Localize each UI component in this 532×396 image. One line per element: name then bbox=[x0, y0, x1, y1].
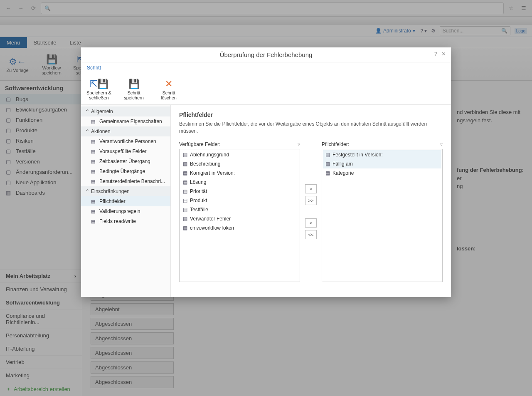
field-item[interactable]: ▤Beschreibung bbox=[180, 159, 299, 168]
remove-button[interactable]: < bbox=[305, 218, 317, 228]
field-item[interactable]: ▤Festgestellt in Version: bbox=[323, 150, 441, 159]
modal-side-item[interactable]: ▤Validierungsregeln bbox=[81, 206, 170, 216]
modal-dialog: Überprüfung der Fehlerbehebung ? ✕ Schri… bbox=[81, 47, 451, 297]
subtab-step[interactable]: Schritt bbox=[86, 65, 102, 71]
save-close-icon: ⇱💾 bbox=[90, 78, 108, 90]
modal-save-close-button[interactable]: ⇱💾 Speichern & schließen bbox=[84, 78, 113, 100]
modal-side-group[interactable]: ⌃ Allgemein bbox=[81, 106, 170, 116]
close-icon[interactable]: ✕ bbox=[441, 51, 446, 57]
transfer-buttons: > >> < << bbox=[305, 184, 317, 239]
field-item[interactable]: ▤Fällig am bbox=[323, 159, 441, 168]
btn-label: Schritt löschen bbox=[154, 90, 183, 100]
item-icon: ▤ bbox=[91, 149, 97, 154]
panel-heading: Pflichtfelder bbox=[179, 111, 443, 118]
modal-side-item-label: Validierungsregeln bbox=[99, 208, 140, 214]
save-icon: 💾 bbox=[128, 78, 140, 90]
help-icon[interactable]: ? bbox=[434, 51, 437, 57]
field-label: Lösung bbox=[190, 179, 206, 185]
modal-side-item[interactable]: ▤Fields read/write bbox=[81, 216, 170, 226]
modal-side-item[interactable]: ▤Vorausgefüllte Felder bbox=[81, 146, 170, 156]
field-label: Ablehnungsgrund bbox=[190, 152, 229, 158]
field-item[interactable]: ▤cmw.workflowToken bbox=[180, 223, 299, 233]
field-item[interactable]: ▤Lösung bbox=[180, 178, 299, 187]
modal-side-item[interactable]: ▤Benutzerdefinierte Benachri... bbox=[81, 176, 170, 186]
remove-all-button[interactable]: << bbox=[305, 230, 317, 239]
field-label: Priorität bbox=[190, 188, 207, 194]
field-icon: ▤ bbox=[325, 161, 330, 167]
modal-side-nav: ⌃ Allgemein▤Gemeinsame Eigenschaften⌃ Ak… bbox=[81, 105, 171, 297]
field-item[interactable]: ▤Kategorie bbox=[323, 168, 441, 178]
field-icon: ▤ bbox=[183, 179, 187, 185]
modal-content: Pflichtfelder Bestimmen Sie die Pflichtf… bbox=[171, 105, 451, 297]
add-button[interactable]: > bbox=[305, 184, 317, 193]
field-item[interactable]: ▤Korrigiert in Version: bbox=[180, 168, 299, 178]
field-icon: ▤ bbox=[183, 198, 187, 203]
filter-icon[interactable]: ▿ bbox=[440, 141, 443, 147]
field-icon: ▤ bbox=[183, 216, 187, 222]
modal-side-item-label: Vorausgefüllte Felder bbox=[99, 148, 146, 154]
field-item[interactable]: ▤Priorität bbox=[180, 187, 299, 196]
chevron-down-icon: ⌃ bbox=[85, 188, 89, 194]
field-icon: ▤ bbox=[325, 170, 330, 176]
field-label: Korrigiert in Version: bbox=[190, 170, 235, 176]
required-list[interactable]: ▤Festgestellt in Version:▤Fällig am▤Kate… bbox=[322, 149, 443, 282]
chevron-down-icon: ⌃ bbox=[85, 109, 89, 114]
field-label: Fällig am bbox=[332, 161, 353, 167]
field-label: Testfälle bbox=[190, 207, 208, 213]
item-icon: ▤ bbox=[91, 219, 97, 224]
field-icon: ▤ bbox=[183, 161, 187, 167]
modal-toolbar: ⇱💾 Speichern & schließen 💾 Schritt speic… bbox=[81, 73, 451, 105]
modal-side-item-label: Zeitbasierter Übergang bbox=[99, 158, 150, 164]
field-item[interactable]: ▤Verwandter Fehler bbox=[180, 214, 299, 223]
delete-x-icon: ✕ bbox=[165, 78, 172, 90]
modal-titlebar: Überprüfung der Fehlerbehebung ? ✕ bbox=[81, 47, 451, 62]
item-icon: ▤ bbox=[91, 199, 97, 204]
field-label: Festgestellt in Version: bbox=[332, 152, 383, 158]
field-label: Produkt bbox=[190, 198, 207, 203]
btn-label: Speichern & schließen bbox=[84, 90, 113, 100]
modal-side-item-label: Gemeinsame Eigenschaften bbox=[99, 119, 162, 124]
modal-side-item[interactable]: ▤Zeitbasierter Übergang bbox=[81, 156, 170, 166]
dual-list: Verfügbare Felder: ▿ ▤Ablehnungsgrund▤Be… bbox=[179, 141, 443, 282]
field-icon: ▤ bbox=[183, 207, 187, 213]
field-item[interactable]: ▤Ablehnungsgrund bbox=[180, 150, 299, 159]
available-label: Verfügbare Felder: bbox=[179, 141, 220, 147]
modal-side-group[interactable]: ⌃ Aktionen bbox=[81, 126, 170, 136]
field-icon: ▤ bbox=[183, 225, 187, 231]
field-icon: ▤ bbox=[183, 188, 187, 194]
field-label: Beschreibung bbox=[190, 161, 220, 167]
modal-side-item[interactable]: ▤Gemeinsame Eigenschaften bbox=[81, 116, 170, 126]
modal-side-item[interactable]: ▤Verantwortliche Personen bbox=[81, 136, 170, 146]
field-label: Kategorie bbox=[332, 170, 354, 176]
item-icon: ▤ bbox=[91, 119, 97, 124]
field-icon: ▤ bbox=[325, 152, 330, 158]
modal-side-item[interactable]: ▤Bedingte Übergänge bbox=[81, 166, 170, 176]
btn-label: Schritt speichern bbox=[119, 90, 148, 100]
modal-side-item-label: Bedingte Übergänge bbox=[99, 168, 145, 174]
field-item[interactable]: ▤Produkt bbox=[180, 196, 299, 205]
field-icon: ▤ bbox=[183, 152, 187, 158]
available-list[interactable]: ▤Ablehnungsgrund▤Beschreibung▤Korrigiert… bbox=[179, 149, 300, 282]
modal-side-item-label: Verantwortliche Personen bbox=[99, 139, 156, 144]
field-item[interactable]: ▤Testfälle bbox=[180, 205, 299, 214]
modal-side-item-label: Pflichtfelder bbox=[99, 198, 126, 204]
field-label: cmw.workflowToken bbox=[190, 225, 234, 231]
modal-save-step-button[interactable]: 💾 Schritt speichern bbox=[119, 78, 148, 100]
item-icon: ▤ bbox=[91, 179, 97, 184]
chevron-down-icon: ⌃ bbox=[85, 129, 89, 134]
item-icon: ▤ bbox=[91, 209, 97, 214]
filter-icon[interactable]: ▿ bbox=[298, 141, 300, 147]
modal-side-item[interactable]: ▤Pflichtfelder bbox=[81, 196, 170, 206]
modal-side-group[interactable]: ⌃ Einschränkungen bbox=[81, 186, 170, 196]
required-label: Pflichtfelder: bbox=[322, 141, 349, 147]
modal-side-item-label: Fields read/write bbox=[99, 218, 136, 224]
item-icon: ▤ bbox=[91, 159, 97, 164]
panel-desc: Bestimmen Sie die Pflichtfelder, die vor… bbox=[179, 121, 443, 135]
modal-subtabs: Schritt bbox=[81, 62, 451, 73]
item-icon: ▤ bbox=[91, 169, 97, 174]
item-icon: ▤ bbox=[91, 139, 97, 144]
add-all-button[interactable]: >> bbox=[305, 196, 317, 205]
field-label: Verwandter Fehler bbox=[190, 216, 231, 222]
modal-delete-step-button[interactable]: ✕ Schritt löschen bbox=[154, 78, 183, 100]
field-icon: ▤ bbox=[183, 170, 187, 176]
